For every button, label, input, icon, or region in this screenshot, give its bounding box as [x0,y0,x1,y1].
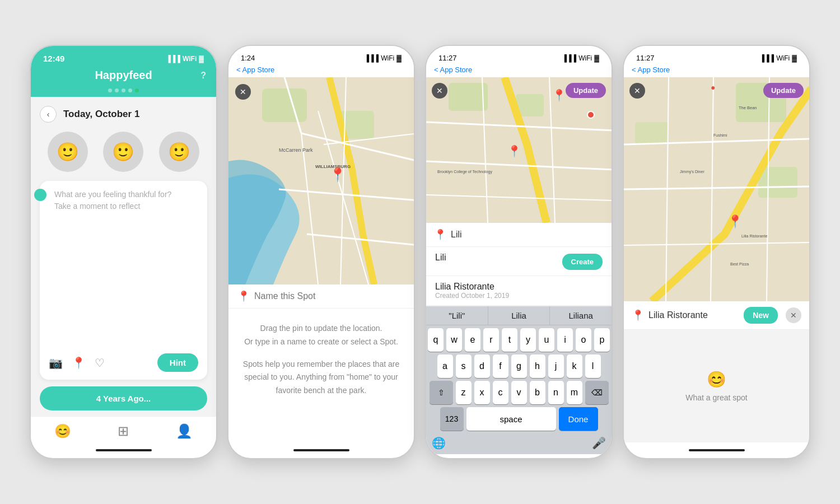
phone2-home-bar [228,442,414,458]
phone1-back-button[interactable]: ‹ [40,106,57,123]
emoji-face-3[interactable]: 🙂 [159,132,199,172]
key-h[interactable]: h [530,354,545,378]
phone4-content-area: 😊 What a great spot [624,330,809,442]
phone1-home-bar [31,442,216,458]
nav-smiley-icon[interactable]: 😊 [54,423,71,439]
phone4-close-map-button[interactable]: ✕ [629,83,645,99]
key-v[interactable]: v [511,381,527,404]
key-s[interactable]: s [456,354,472,378]
map4-label-jimmy: Jimmy's Diner [680,170,704,174]
home-indicator4 [689,449,745,451]
camera-icon[interactable]: 📷 [49,356,63,370]
phone4-appstore-bar[interactable]: < App Store [624,64,809,77]
phones-container: 12:49 ▐▐▐ WiFi ▓ Happyfeed ? ‹ Today, Oc [13,28,827,476]
key-o[interactable]: o [576,328,591,352]
phone3-create-button[interactable]: Create [562,254,603,270]
key-space[interactable]: space [466,407,556,431]
phone4-map[interactable]: The Bean Fushimi Jimmy's Diner Lilia Ris… [624,77,809,301]
map-pin[interactable]: 📍 [329,167,346,183]
phone3-close-button[interactable]: ✕ [432,83,447,99]
phone3-appstore-bar[interactable]: < App Store [426,64,612,77]
map-svg [228,77,414,284]
suggest-lilia[interactable]: Lilia [488,306,550,325]
key-done[interactable]: Done [559,407,598,431]
phone1-date-row: ‹ Today, October 1 [40,106,207,123]
key-123[interactable]: 123 [440,407,464,431]
suggest-liliana[interactable]: Liliana [550,306,612,325]
phone4-update-button[interactable]: Update [763,83,804,98]
hint-button[interactable]: Hint [157,353,198,372]
key-c[interactable]: c [493,381,508,404]
map4-label-bestpizza: Best Pizza [730,262,749,266]
key-u[interactable]: u [539,328,554,352]
phone2-close-button[interactable]: ✕ [235,84,251,100]
phone1-status-bar: 12:49 ▐▐▐ WiFi ▓ [31,46,216,67]
phone3-search-value[interactable]: Lili [451,230,604,240]
signal-icon2: ▐▐▐ [365,54,379,62]
key-g[interactable]: g [511,354,527,378]
phone1-card-icon-group: 📷 📍 ♡ [49,356,105,370]
key-backspace[interactable]: ⌫ [585,381,609,404]
phone3-result-lili[interactable]: Create Lili [426,247,612,276]
phone3-result-sub-lilia: Created October 1, 2019 [435,292,603,300]
key-f[interactable]: f [493,354,508,378]
phone-1: 12:49 ▐▐▐ WiFi ▓ Happyfeed ? ‹ Today, Oc [30,45,217,459]
dot-5-active [135,88,139,92]
phone1-card-placeholder[interactable]: What are you feeling thankful for? Take … [49,189,198,212]
phone2-search-row: 📍 [228,284,414,309]
key-q[interactable]: q [428,328,444,352]
phone3-map[interactable]: 📍 📍 ✕ Update Brooklyn College of Technol… [426,77,612,223]
key-b[interactable]: b [530,381,545,404]
location-icon[interactable]: 📍 [72,356,86,370]
key-d[interactable]: d [474,354,490,378]
phone4-new-button[interactable]: New [744,307,778,324]
map4-label-lilia: Lilia Ristorante [741,234,767,238]
phone3-search-row: 📍 Lili [426,223,612,247]
phone4-place-name: Lilia Ristorante [648,310,739,320]
nav-profile-icon[interactable]: 👤 [176,423,193,439]
emoji-face-2[interactable]: 🙂 [103,132,143,172]
key-l[interactable]: l [585,354,601,378]
key-j[interactable]: j [548,354,564,378]
key-a[interactable]: a [437,354,453,378]
nav-grid-icon[interactable]: ⊞ [118,423,129,439]
map4-main-pin[interactable]: 📍 [727,214,743,229]
key-w[interactable]: w [446,328,462,352]
key-t[interactable]: t [502,328,517,352]
key-k[interactable]: k [567,354,582,378]
key-p[interactable]: p [594,328,610,352]
key-shift[interactable]: ⇧ [430,381,453,404]
question-icon[interactable]: ? [200,71,206,81]
microphone-icon[interactable]: 🎤 [592,436,606,450]
key-i[interactable]: i [557,328,573,352]
emoji-face-1[interactable]: 🙂 [48,132,88,172]
suggest-lili[interactable]: "Lili" [426,306,488,325]
signal-icon3: ▐▐▐ [562,54,577,62]
phone2-map[interactable]: WILLIAMSBURG McCarren Park 📍 ✕ [228,77,414,284]
key-r[interactable]: r [483,328,499,352]
map3-pin-main[interactable]: 📍 [507,144,521,158]
phone3-update-button[interactable]: Update [566,83,606,98]
home-indicator2 [293,449,349,451]
key-z[interactable]: z [456,381,472,404]
key-x[interactable]: x [474,381,490,404]
keyboard-row-4: 123 space Done [426,404,612,433]
phone1-status-icons: ▐▐▐ WiFi ▓ [166,55,204,63]
svg-rect-22 [758,167,797,198]
key-n[interactable]: n [548,381,564,404]
phone1-app-header: Happyfeed ? [31,67,216,88]
years-ago-button[interactable]: 4 Years Ago... [40,386,207,410]
globe-icon[interactable]: 🌐 [432,436,446,450]
instruction-line1: Drag the pin to update the location. Or … [240,322,403,349]
phone2-appstore-bar[interactable]: < App Store [228,64,414,77]
phone3-result-name-lilia: Lilia Ristorante [435,282,603,292]
dot-4 [128,88,132,92]
phone2-status-bar: 1:24 ▐▐▐ WiFi ▓ [228,46,414,64]
key-e[interactable]: e [465,328,480,352]
heart-icon[interactable]: ♡ [95,356,105,370]
phone3-result-lilia[interactable]: Lilia Ristorante Created October 1, 2019 [426,276,612,306]
key-y[interactable]: y [520,328,536,352]
phone4-dismiss-button[interactable]: ✕ [786,307,801,323]
key-m[interactable]: m [567,381,582,404]
phone2-spot-name-input[interactable] [254,291,405,301]
